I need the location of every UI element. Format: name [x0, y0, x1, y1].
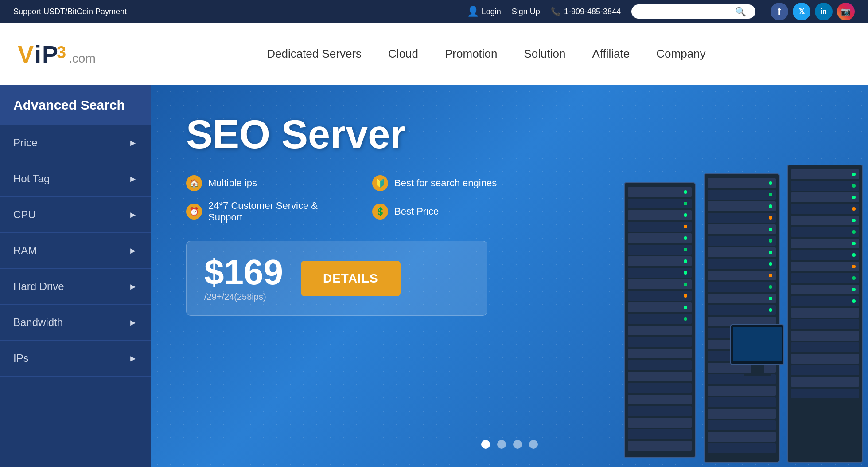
- search-button[interactable]: 🔍: [735, 6, 746, 17]
- facebook-icon[interactable]: f: [771, 3, 788, 20]
- svg-point-30: [684, 248, 687, 251]
- feature-search-engines-text: Best for search engines: [394, 177, 497, 189]
- feature-multiple-ips: 🏠 Multiple ips: [186, 175, 346, 191]
- search-bar[interactable]: 🔍: [631, 4, 755, 19]
- feature-best-price-text: Best Price: [394, 206, 439, 217]
- svg-rect-60: [708, 420, 776, 430]
- svg-rect-22: [628, 418, 692, 428]
- sidebar-item-hard-drive-label: Hard Drive: [13, 280, 64, 293]
- svg-rect-10: [628, 279, 692, 289]
- svg-rect-81: [791, 216, 859, 225]
- svg-rect-6: [628, 233, 692, 243]
- dollar-icon: 💲: [372, 204, 388, 220]
- home-icon: 🏠: [186, 175, 202, 191]
- details-button[interactable]: DETAILS: [301, 261, 401, 296]
- svg-rect-49: [708, 294, 776, 303]
- svg-rect-86: [791, 273, 859, 283]
- svg-point-71: [769, 274, 772, 277]
- svg-rect-94: [791, 365, 859, 375]
- feature-customer-service-text: 24*7 Customer Service & Support: [208, 200, 346, 223]
- sidebar-item-ram-label: RAM: [13, 244, 37, 257]
- svg-point-72: [769, 285, 772, 289]
- svg-rect-3: [628, 199, 692, 208]
- svg-rect-90: [791, 319, 859, 329]
- instagram-icon[interactable]: 📷: [837, 3, 855, 20]
- svg-rect-48: [708, 282, 776, 292]
- svg-rect-59: [708, 409, 776, 419]
- svg-rect-83: [791, 239, 859, 248]
- carousel-dot-3[interactable]: [513, 440, 522, 449]
- svg-rect-98: [733, 327, 782, 361]
- svg-rect-93: [791, 354, 859, 364]
- svg-point-108: [852, 253, 856, 257]
- logo-text: V i P 3 .com: [18, 40, 96, 68]
- search-input[interactable]: [638, 8, 735, 16]
- svg-rect-47: [708, 271, 776, 280]
- svg-point-35: [684, 306, 687, 309]
- carousel-dot-1[interactable]: [481, 440, 490, 449]
- login-link[interactable]: 👤 Login: [467, 6, 501, 17]
- nav-company[interactable]: Company: [656, 47, 705, 61]
- svg-point-110: [852, 276, 856, 280]
- svg-point-36: [684, 317, 687, 321]
- svg-rect-11: [628, 291, 692, 301]
- top-bar-right: 👤 Login Sign Up 📞 1-909-485-3844 🔍 f 𝕏 i…: [467, 3, 855, 20]
- svg-rect-41: [708, 201, 776, 211]
- linkedin-icon[interactable]: in: [815, 3, 833, 20]
- svg-point-34: [684, 294, 687, 298]
- svg-point-26: [684, 202, 687, 205]
- nav-solution[interactable]: Solution: [524, 47, 566, 61]
- sidebar-item-ips-label: IPs: [13, 352, 29, 365]
- logo[interactable]: V i P 3 .com: [18, 40, 96, 68]
- svg-point-111: [852, 288, 856, 291]
- chevron-right-icon: ►: [128, 138, 137, 148]
- carousel-dot-2[interactable]: [497, 440, 506, 449]
- feature-best-price: 💲 Best Price: [372, 200, 532, 223]
- nav-affiliate[interactable]: Affiliate: [592, 47, 630, 61]
- twitter-icon[interactable]: 𝕏: [793, 3, 810, 20]
- sidebar-item-cpu[interactable]: CPU ►: [0, 197, 151, 233]
- svg-rect-58: [708, 397, 776, 407]
- svg-rect-80: [791, 204, 859, 214]
- svg-rect-19: [628, 383, 692, 393]
- hero-content: SEO Server 🏠 Multiple ips 🔰 Best for sea…: [186, 112, 532, 316]
- price-sub: /29+/24(258ips): [204, 292, 283, 302]
- sidebar-item-hot-tag[interactable]: Hot Tag ►: [0, 161, 151, 197]
- sidebar-item-hard-drive[interactable]: Hard Drive ►: [0, 269, 151, 305]
- svg-rect-5: [628, 222, 692, 232]
- sidebar-item-ram[interactable]: RAM ►: [0, 233, 151, 269]
- svg-point-107: [852, 242, 856, 245]
- svg-rect-85: [791, 262, 859, 271]
- svg-point-68: [769, 239, 772, 243]
- svg-point-64: [769, 193, 772, 196]
- phone-icon: 📞: [551, 7, 561, 16]
- top-bar: Support USDT/BitCoin Payment 👤 Login Sig…: [0, 0, 868, 23]
- svg-rect-77: [791, 169, 859, 179]
- nav-cloud[interactable]: Cloud: [388, 47, 418, 61]
- svg-rect-40: [708, 190, 776, 200]
- svg-rect-18: [628, 372, 692, 381]
- svg-point-31: [684, 259, 687, 263]
- nav-links: Dedicated Servers Cloud Promotion Soluti…: [122, 47, 850, 61]
- sidebar-item-bandwidth[interactable]: Bandwidth ►: [0, 305, 151, 341]
- svg-rect-12: [628, 302, 692, 312]
- svg-rect-96: [791, 389, 859, 398]
- signup-link[interactable]: Sign Up: [512, 7, 540, 16]
- sidebar-title: Advanced Search: [0, 85, 151, 125]
- svg-rect-46: [708, 259, 776, 269]
- svg-rect-7: [628, 245, 692, 255]
- nav-dedicated-servers[interactable]: Dedicated Servers: [267, 47, 362, 61]
- carousel-dot-4[interactable]: [529, 440, 538, 449]
- nav-promotion[interactable]: Promotion: [445, 47, 498, 61]
- svg-point-28: [684, 225, 687, 228]
- svg-rect-42: [708, 213, 776, 223]
- svg-rect-89: [791, 308, 859, 318]
- carousel-dots: [481, 440, 538, 449]
- svg-point-27: [684, 213, 687, 217]
- hero-section: SEO Server 🏠 Multiple ips 🔰 Best for sea…: [151, 85, 868, 467]
- sidebar-item-price[interactable]: Price ►: [0, 125, 151, 161]
- user-icon: 👤: [467, 6, 479, 17]
- sidebar-item-ips[interactable]: IPs ►: [0, 341, 151, 377]
- social-icons: f 𝕏 in 📷: [771, 3, 855, 20]
- svg-point-74: [769, 308, 772, 312]
